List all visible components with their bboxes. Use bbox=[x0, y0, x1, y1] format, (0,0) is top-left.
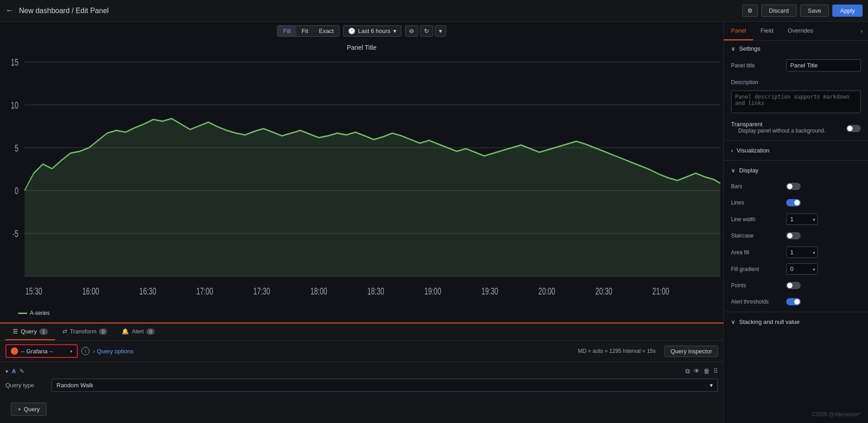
query-meta: MD = auto = 1295 Interval = 15s bbox=[578, 348, 656, 354]
back-button[interactable]: ← bbox=[5, 6, 14, 15]
exact-button[interactable]: Exact bbox=[314, 26, 340, 36]
right-panel: Panel Field Overrides › ∨ Settings Panel… bbox=[723, 22, 868, 423]
query-tabs: ☰ Query 1 ⇄ Transform 0 🔔 Alert 0 bbox=[0, 323, 723, 341]
query-options-button[interactable]: › Query options bbox=[93, 348, 133, 355]
apply-button[interactable]: Apply bbox=[832, 5, 863, 17]
chart-svg-container: 15 10 5 0 -5 15:30 16:00 16:30 17:00 17:… bbox=[0, 53, 723, 308]
alert-tab-label: Alert bbox=[132, 328, 144, 335]
stacking-section-header[interactable]: ∨ Stacking and null value bbox=[724, 314, 868, 330]
query-edit-icon[interactable]: ✎ bbox=[19, 368, 24, 375]
save-button[interactable]: Save bbox=[800, 5, 829, 17]
right-panel-collapse-button[interactable]: › bbox=[855, 22, 868, 40]
legend-label: A-series bbox=[30, 310, 50, 316]
time-chevron-icon: ▾ bbox=[393, 28, 396, 34]
legend-color bbox=[18, 313, 27, 314]
divider-1 bbox=[724, 140, 868, 141]
more-button[interactable]: ▾ bbox=[435, 25, 446, 37]
alert-thresholds-toggle[interactable] bbox=[786, 298, 801, 305]
transparent-label: Transparent bbox=[731, 121, 841, 128]
svg-text:19:30: 19:30 bbox=[481, 285, 498, 297]
discard-button[interactable]: Discard bbox=[761, 5, 797, 17]
query-actions: ⧉ 👁 🗑 ⠿ bbox=[685, 367, 718, 375]
panel-title-input[interactable] bbox=[786, 59, 861, 71]
points-row: Points bbox=[724, 277, 868, 294]
main-layout: Fill Fit Exact 🕐 Last 6 hours ▾ ⊖ ↻ ▾ Pa… bbox=[0, 22, 868, 423]
bars-toggle[interactable] bbox=[786, 183, 801, 190]
svg-text:17:00: 17:00 bbox=[196, 285, 213, 297]
visualization-section-label: Visualization bbox=[736, 147, 769, 154]
fill-gradient-label: Fill gradient bbox=[731, 266, 781, 272]
query-options-label: Query options bbox=[97, 348, 133, 355]
description-row: Description bbox=[724, 74, 868, 90]
drag-handle-icon[interactable]: ⠿ bbox=[713, 367, 718, 375]
zoom-controls: ⊖ ↻ ▾ bbox=[405, 25, 446, 37]
tab-field[interactable]: Field bbox=[753, 22, 780, 40]
staircase-row: Staircase bbox=[724, 228, 868, 244]
divider-3 bbox=[724, 312, 868, 312]
fill-fit-exact-group: Fill Fit Exact bbox=[277, 25, 340, 37]
tab-alert[interactable]: 🔔 Alert 0 bbox=[114, 323, 162, 340]
svg-text:18:00: 18:00 bbox=[310, 285, 327, 297]
fill-gradient-select[interactable]: 0 1 2 bbox=[786, 263, 818, 275]
points-toggle[interactable] bbox=[786, 282, 801, 289]
line-width-select[interactable]: 1 2 3 bbox=[786, 214, 818, 225]
alert-tab-icon: 🔔 bbox=[122, 328, 129, 335]
tab-overrides[interactable]: Overrides bbox=[780, 22, 820, 40]
add-query-button[interactable]: + Query bbox=[11, 403, 47, 416]
settings-section-label: Settings bbox=[739, 45, 760, 52]
refresh-button[interactable]: ↻ bbox=[420, 25, 433, 37]
info-button[interactable]: i bbox=[81, 347, 90, 355]
query-type-select[interactable]: Random Walk ▾ bbox=[52, 379, 718, 392]
query-alias-icon[interactable]: A bbox=[12, 368, 16, 375]
display-section-label: Display bbox=[739, 167, 759, 174]
lines-toggle[interactable] bbox=[786, 199, 801, 206]
toggle-visibility-icon[interactable]: 👁 bbox=[693, 367, 700, 375]
description-input[interactable] bbox=[731, 90, 861, 113]
points-label: Points bbox=[731, 282, 781, 289]
query-tab-badge: 1 bbox=[39, 328, 47, 335]
line-width-row: Line width 1 2 3 bbox=[724, 211, 868, 228]
tab-query[interactable]: ☰ Query 1 bbox=[5, 323, 55, 340]
transform-tab-label: Transform bbox=[70, 328, 97, 335]
topbar: ← New dashboard / Edit Panel ⚙ Discard S… bbox=[0, 0, 868, 22]
chart-legend: A-series bbox=[0, 308, 723, 318]
display-section-header[interactable]: ∨ Display bbox=[724, 162, 868, 178]
staircase-toggle[interactable] bbox=[786, 232, 801, 239]
svg-text:21:00: 21:00 bbox=[652, 285, 669, 297]
fill-gradient-select-wrapper: 0 1 2 bbox=[786, 263, 818, 275]
duplicate-icon[interactable]: ⧉ bbox=[685, 367, 690, 375]
datasource-name: -- Grafana -- bbox=[21, 348, 67, 355]
zoom-out-button[interactable]: ⊖ bbox=[405, 25, 418, 37]
settings-button[interactable]: ⚙ bbox=[742, 5, 758, 17]
fill-button[interactable]: Fill bbox=[278, 26, 296, 36]
settings-section-header[interactable]: ∨ Settings bbox=[724, 41, 868, 57]
line-width-label: Line width bbox=[731, 216, 781, 223]
alert-tab-badge: 0 bbox=[146, 328, 155, 335]
svg-text:10: 10 bbox=[11, 100, 19, 111]
page-title: New dashboard / Edit Panel bbox=[19, 7, 108, 15]
visualization-section-header[interactable]: › Visualization bbox=[724, 143, 868, 158]
query-body-header: ▾ A ✎ ⧉ 👁 🗑 ⠿ bbox=[5, 366, 718, 379]
svg-text:15: 15 bbox=[11, 57, 19, 68]
alert-thresholds-label: Alert thresholds bbox=[731, 299, 781, 305]
area-fill-label: Area fill bbox=[731, 249, 781, 256]
datasource-select[interactable]: -- Grafana -- ▾ bbox=[5, 344, 78, 358]
topbar-actions: ⚙ Discard Save Apply bbox=[742, 5, 863, 17]
tab-panel[interactable]: Panel bbox=[724, 22, 753, 40]
time-range-picker[interactable]: 🕐 Last 6 hours ▾ bbox=[343, 25, 401, 37]
lines-row: Lines bbox=[724, 195, 868, 211]
fit-button[interactable]: Fit bbox=[296, 26, 313, 36]
time-range-label: Last 6 hours bbox=[358, 28, 391, 34]
query-inspector-button[interactable]: Query inspector bbox=[665, 346, 718, 357]
delete-icon[interactable]: 🗑 bbox=[703, 367, 710, 375]
datasource-icon bbox=[11, 347, 18, 355]
right-tabs: Panel Field Overrides › bbox=[724, 22, 868, 41]
svg-text:20:30: 20:30 bbox=[595, 285, 612, 297]
collapse-button[interactable]: ▾ bbox=[5, 368, 8, 375]
tab-transform[interactable]: ⇄ Transform 0 bbox=[55, 323, 115, 340]
svg-text:19:00: 19:00 bbox=[425, 285, 441, 297]
area-fill-select[interactable]: 1 2 3 bbox=[786, 247, 818, 258]
staircase-label: Staircase bbox=[731, 233, 781, 239]
transparent-toggle[interactable] bbox=[846, 125, 861, 132]
stacking-section-label: Stacking and null value bbox=[739, 318, 800, 325]
